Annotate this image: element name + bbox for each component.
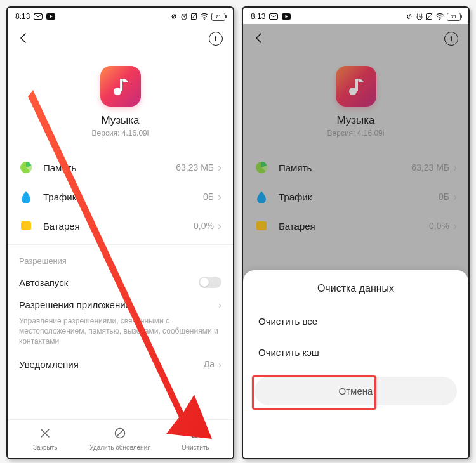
- status-bar: 8:13 71: [8, 8, 233, 24]
- button-label: Очистить: [182, 444, 209, 451]
- close-icon: [39, 427, 51, 442]
- row-memory[interactable]: Память 63,23 МБ ›: [8, 153, 233, 182]
- svg-rect-18: [355, 79, 358, 91]
- back-button[interactable]: [18, 30, 29, 48]
- screenshot-right: 8:13 71 i Музыка Версия: 4.16.09i: [242, 6, 470, 459]
- vibrate-icon: [406, 13, 413, 20]
- chevron-right-icon: ›: [218, 359, 221, 370]
- app-header: Музыка Версия: 4.16.09i: [243, 53, 468, 153]
- chevron-right-icon: ›: [218, 299, 221, 310]
- app-version: Версия: 4.16.09i: [327, 129, 385, 138]
- row-label: Автозапуск: [19, 277, 68, 288]
- row-app-permissions[interactable]: Разрешения приложений ›: [8, 294, 233, 316]
- wifi-icon: [200, 13, 209, 20]
- app-icon: [336, 66, 376, 107]
- button-label: Удалить обновления: [89, 444, 150, 451]
- sheet-clear-cache[interactable]: Очистить кэш: [243, 337, 468, 368]
- battery-square-icon: [255, 219, 268, 233]
- header: i: [8, 24, 233, 53]
- vibrate-icon: [170, 13, 178, 20]
- pie-icon: [255, 160, 268, 174]
- row-label: Батарея: [43, 221, 194, 232]
- row-label: Память: [43, 162, 176, 173]
- status-time: 8:13: [251, 12, 265, 21]
- back-button[interactable]: [253, 30, 265, 48]
- chevron-right-icon: ›: [218, 219, 221, 233]
- row-label: Трафик: [43, 192, 203, 202]
- clear-data-sheet: Очистка данных Очистить все Очистить кэш…: [243, 270, 468, 458]
- app-header: Музыка Версия: 4.16.09i: [8, 53, 233, 153]
- chevron-right-icon: ›: [453, 161, 457, 174]
- svg-rect-7: [120, 79, 122, 91]
- row-traffic[interactable]: Трафик 0Б ›: [243, 182, 468, 211]
- status-time: 8:13: [15, 12, 30, 21]
- battery-icon: 71: [447, 13, 461, 21]
- clear-button[interactable]: Очистить: [158, 420, 233, 458]
- row-battery[interactable]: Батарея 0,0% ›: [243, 211, 468, 240]
- row-label: Память: [279, 162, 411, 173]
- svg-point-5: [204, 18, 205, 20]
- alarm-icon: [180, 13, 188, 20]
- no-sim-icon: [190, 13, 197, 20]
- header: i: [243, 24, 468, 53]
- wifi-icon: [435, 13, 444, 20]
- row-memory[interactable]: Память 63,23 МБ ›: [243, 153, 468, 182]
- drop-icon: [255, 190, 268, 204]
- row-value: Да: [204, 359, 215, 369]
- chevron-right-icon: ›: [453, 219, 457, 233]
- row-notifications[interactable]: Уведомления Да ›: [8, 353, 233, 375]
- uninstall-updates-button[interactable]: Удалить обновления: [83, 420, 157, 458]
- svg-rect-9: [21, 221, 31, 230]
- svg-rect-20: [256, 221, 267, 230]
- forbid-icon: [114, 427, 126, 442]
- row-value: 63,23 МБ: [176, 162, 214, 173]
- row-traffic[interactable]: Трафик 0Б ›: [8, 182, 233, 211]
- chevron-right-icon: ›: [218, 161, 221, 174]
- button-label: Закрыть: [33, 444, 58, 451]
- chevron-right-icon: ›: [218, 190, 221, 204]
- row-value: 0Б: [203, 192, 214, 202]
- app-name: Музыка: [336, 114, 374, 127]
- row-value: 0,0%: [194, 221, 214, 231]
- no-sim-icon: [426, 13, 433, 20]
- youtube-icon: [46, 13, 55, 20]
- battery-square-icon: [19, 219, 33, 233]
- sheet-title: Очистка данных: [243, 280, 468, 306]
- app-name: Музыка: [101, 114, 139, 127]
- sheet-clear-all[interactable]: Очистить все: [243, 306, 468, 337]
- sheet-cancel[interactable]: Отмена: [255, 377, 457, 405]
- pie-icon: [19, 160, 33, 174]
- row-label: Трафик: [279, 192, 439, 202]
- battery-icon: 71: [211, 13, 225, 21]
- row-autostart[interactable]: Автозапуск: [8, 271, 233, 294]
- chevron-right-icon: ›: [453, 190, 457, 204]
- erase-icon: [190, 427, 201, 442]
- row-label: Уведомления: [19, 359, 79, 370]
- alarm-icon: [416, 13, 423, 20]
- youtube-icon: [282, 13, 291, 20]
- bottom-action-bar: Закрыть Удалить обновления Очистить: [8, 419, 233, 458]
- screenshot-left: 8:13 71 i Музыка В: [6, 6, 234, 459]
- row-label: Батарея: [279, 221, 429, 232]
- mail-icon: [269, 13, 278, 20]
- row-value: 63,23 МБ: [411, 162, 449, 173]
- app-permissions-desc: Управление разрешениями, связанными с ме…: [8, 316, 233, 353]
- info-button[interactable]: i: [444, 32, 458, 46]
- app-version: Версия: 4.16.09i: [92, 129, 149, 138]
- status-bar: 8:13 71: [243, 8, 468, 24]
- mail-icon: [34, 13, 43, 20]
- toggle-autostart[interactable]: [199, 277, 221, 288]
- drop-icon: [19, 190, 33, 204]
- row-battery[interactable]: Батарея 0,0% ›: [8, 211, 233, 240]
- svg-point-16: [439, 18, 440, 20]
- info-button[interactable]: i: [209, 32, 223, 46]
- app-icon: [100, 66, 141, 107]
- row-value: 0,0%: [429, 221, 449, 231]
- row-label: Разрешения приложений: [19, 299, 131, 310]
- row-value: 0Б: [439, 192, 449, 202]
- close-button[interactable]: Закрыть: [8, 420, 83, 458]
- section-permissions: Разрешения: [8, 244, 233, 271]
